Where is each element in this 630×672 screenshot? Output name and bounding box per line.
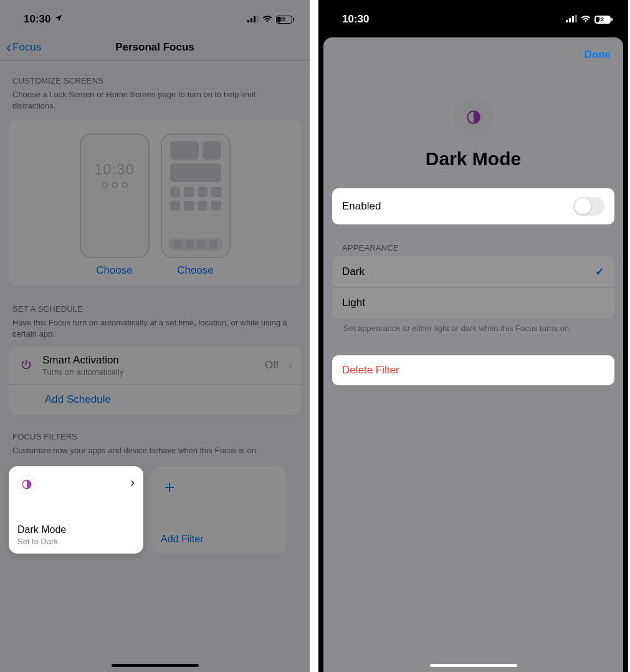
schedule-header: SET A SCHEDULE xyxy=(0,289,310,316)
schedule-card: Smart Activation Turns on automatically … xyxy=(9,347,301,415)
chevron-left-icon: ‹ xyxy=(6,40,11,55)
svg-rect-3 xyxy=(257,15,259,22)
choose-lock-button[interactable]: Choose xyxy=(96,264,133,277)
battery-icon: 22 xyxy=(594,16,611,24)
appearance-option-light[interactable]: Light xyxy=(332,287,614,318)
enabled-row[interactable]: Enabled xyxy=(332,188,614,224)
add-filter-card[interactable]: ＋ Add Filter xyxy=(152,466,287,554)
location-icon xyxy=(54,13,63,26)
filter-card-sub: Set to Dark xyxy=(17,537,135,546)
dark-mode-icon xyxy=(17,475,36,494)
nav-bar: ‹ Focus Personal Focus xyxy=(0,34,310,61)
power-icon xyxy=(17,358,35,372)
appearance-list: Dark ✓ Light xyxy=(332,256,614,318)
option-label: Dark xyxy=(342,266,365,278)
cellular-icon xyxy=(566,13,577,26)
svg-rect-0 xyxy=(247,20,249,22)
lock-screen-preview[interactable]: 10:30 xyxy=(80,133,150,258)
home-indicator[interactable] xyxy=(112,664,199,667)
smart-activation-value: Off xyxy=(265,359,279,372)
filters-header: FOCUS FILTERS xyxy=(0,417,310,444)
customize-desc: Choose a Lock Screen or Home Screen page… xyxy=(0,88,310,116)
svg-rect-8 xyxy=(575,15,577,22)
dark-mode-filter-card[interactable]: › Dark Mode Set to Dark xyxy=(9,466,143,554)
customize-header: CUSTOMIZE SCREENS xyxy=(0,61,310,88)
smart-activation-sub: Turns on automatically xyxy=(42,367,257,377)
option-label: Light xyxy=(342,297,365,309)
battery-icon: 22 xyxy=(276,16,292,24)
choose-home-button[interactable]: Choose xyxy=(177,264,214,277)
add-schedule-button[interactable]: Add Schedule xyxy=(9,384,301,415)
page-title: Personal Focus xyxy=(0,41,310,54)
screens-card: 10:30 Choose Choose xyxy=(9,120,301,286)
cellular-icon xyxy=(247,13,259,26)
svg-rect-5 xyxy=(566,20,568,22)
check-icon: ✓ xyxy=(595,265,604,279)
filter-card-title: Dark Mode xyxy=(17,524,135,535)
chevron-right-icon: › xyxy=(130,475,135,489)
dark-mode-icon xyxy=(454,97,494,137)
svg-rect-1 xyxy=(251,18,252,22)
status-bar: 10:30 22 xyxy=(0,0,310,34)
appearance-option-dark[interactable]: Dark ✓ xyxy=(332,256,614,287)
done-button[interactable]: Done xyxy=(585,49,611,61)
status-time: 10:30 xyxy=(342,13,369,26)
add-filter-label: Add Filter xyxy=(161,534,278,545)
back-label: Focus xyxy=(12,41,41,54)
status-time: 10:30 xyxy=(24,13,50,26)
appearance-footer: Set appearance to either light or dark w… xyxy=(332,318,614,334)
appearance-header: APPEARANCE xyxy=(323,224,623,255)
svg-rect-2 xyxy=(254,16,255,22)
back-button[interactable]: ‹ Focus xyxy=(6,40,41,55)
sheet-title: Dark Mode xyxy=(426,148,521,170)
delete-filter-button[interactable]: Delete Filter xyxy=(332,355,614,385)
filters-desc: Customize how your apps and device behav… xyxy=(0,444,310,461)
wifi-icon xyxy=(581,13,591,26)
home-screen-preview[interactable] xyxy=(161,133,231,258)
enabled-label: Enabled xyxy=(342,200,381,213)
smart-activation-row[interactable]: Smart Activation Turns on automatically … xyxy=(9,347,301,384)
left-phone: 10:30 22 ‹ Focus xyxy=(0,0,310,672)
svg-rect-6 xyxy=(569,18,571,22)
plus-icon: ＋ xyxy=(161,475,278,499)
enabled-toggle[interactable] xyxy=(573,197,604,216)
status-bar: 10:30 22 xyxy=(318,0,628,34)
smart-activation-title: Smart Activation xyxy=(42,354,257,367)
right-phone: 10:30 22 Done Dark Mo xyxy=(318,0,628,672)
dark-mode-sheet: Done Dark Mode Enabled APPEARANCE Dark xyxy=(323,37,623,672)
wifi-icon xyxy=(262,13,272,26)
svg-rect-7 xyxy=(572,16,574,22)
home-indicator[interactable] xyxy=(430,664,517,667)
chevron-right-icon: › xyxy=(289,359,292,372)
lock-clock: 10:30 xyxy=(94,161,135,178)
schedule-desc: Have this Focus turn on automatically at… xyxy=(0,316,310,344)
